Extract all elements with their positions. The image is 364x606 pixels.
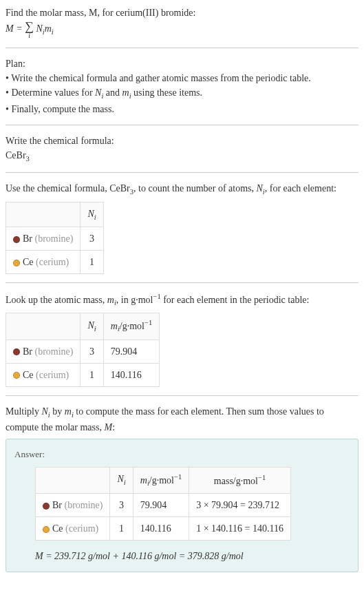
step3-text: Look up the atomic mass, mi, in g·mol−1 … <box>6 291 358 309</box>
n-cell: 1 <box>110 516 133 540</box>
n-cell: 3 <box>81 339 103 363</box>
element-dot-icon <box>13 348 20 355</box>
plan-header: Plan: <box>6 56 358 71</box>
plan-bullet-2: • Determine values for Ni and mi using t… <box>6 85 358 102</box>
table-row: Br (bromine) 3 <box>6 227 104 251</box>
m-cell: 140.116 <box>103 363 159 386</box>
step3-section: Look up the atomic mass, mi, in g·mol−1 … <box>6 291 358 395</box>
header-element <box>6 202 81 227</box>
table-row: Ce (cerium) 1 140.116 <box>6 363 160 386</box>
intro-line1: Find the molar mass, M, for cerium(III) … <box>6 8 195 18</box>
header-n: Ni <box>110 467 133 493</box>
intro-text: Find the molar mass, M, for cerium(III) … <box>6 6 358 20</box>
mass-cell: 3 × 79.904 = 239.712 <box>189 493 291 516</box>
header-element <box>36 467 110 493</box>
table-header-row: Ni mi/g·mol−1 mass/g·mol−1 <box>36 467 291 493</box>
step2-text: Use the chemical formula, CeBr3, to coun… <box>6 181 358 198</box>
m-cell: 79.904 <box>133 493 189 516</box>
chemical-formula: CeBr3 <box>6 148 358 165</box>
element-cell: Ce (cerium) <box>6 251 81 274</box>
n-cell: 3 <box>110 493 133 516</box>
plan-section: Plan: • Write the chemical formula and g… <box>6 56 358 125</box>
answer-label: Answer: <box>14 448 350 461</box>
step4-section: Multiply Ni by mi to compute the mass fo… <box>6 404 358 572</box>
m-cell: 79.904 <box>103 339 159 363</box>
element-cell: Br (bromine) <box>36 493 110 516</box>
n-cell: 1 <box>81 363 103 386</box>
step1-section: Write the chemical formula: CeBr3 <box>6 134 358 174</box>
header-n: Ni <box>81 202 103 227</box>
atomic-mass-table: Ni mi/g·mol−1 Br (bromine) 3 79.904 Ce (… <box>6 313 160 386</box>
header-m: mi/g·mol−1 <box>103 313 159 339</box>
n-cell: 3 <box>81 227 103 251</box>
intro-section: Find the molar mass, M, for cerium(III) … <box>6 6 358 48</box>
formula-m: m <box>45 23 52 34</box>
header-n: Ni <box>81 313 103 339</box>
element-cell: Br (bromine) <box>6 339 81 363</box>
element-dot-icon <box>13 260 20 267</box>
table-row: Ce (cerium) 1 <box>6 251 104 274</box>
answer-box: Answer: Ni mi/g·mol−1 mass/g·mol−1 Br (b… <box>6 439 358 572</box>
header-m: mi/g·mol−1 <box>133 467 189 493</box>
sigma-icon: ∑ i <box>25 20 34 39</box>
header-mass: mass/g·mol−1 <box>189 467 291 493</box>
table-header-row: Ni mi/g·mol−1 <box>6 313 160 339</box>
plan-bullet-3: • Finally, compute the mass. <box>6 102 358 116</box>
formula-lhs: M = <box>6 23 25 34</box>
mass-cell: 1 × 140.116 = 140.116 <box>189 516 291 540</box>
element-dot-icon <box>43 526 50 533</box>
element-dot-icon <box>13 372 20 379</box>
element-dot-icon <box>13 236 20 243</box>
n-cell: 1 <box>81 251 103 274</box>
table-row: Br (bromine) 3 79.904 3 × 79.904 = 239.7… <box>36 493 291 516</box>
step4-text: Multiply Ni by mi to compute the mass fo… <box>6 404 358 435</box>
element-cell: Br (bromine) <box>6 227 81 251</box>
header-element <box>6 313 81 339</box>
table-row: Br (bromine) 3 79.904 <box>6 339 160 363</box>
table-row: Ce (cerium) 1 140.116 1 × 140.116 = 140.… <box>36 516 291 540</box>
formula-n: N <box>36 23 42 34</box>
final-answer: M = 239.712 g/mol + 140.116 g/mol = 379.… <box>35 549 350 563</box>
atom-count-table: Ni Br (bromine) 3 Ce (cerium) 1 <box>6 202 104 275</box>
m-cell: 140.116 <box>133 516 189 540</box>
element-dot-icon <box>43 503 50 510</box>
element-cell: Ce (cerium) <box>36 516 110 540</box>
step1-text: Write the chemical formula: <box>6 134 358 148</box>
molar-mass-formula: M = ∑ i Nimi <box>6 20 358 39</box>
element-cell: Ce (cerium) <box>6 363 81 386</box>
plan-bullet-1: • Write the chemical formula and gather … <box>6 71 358 85</box>
answer-table: Ni mi/g·mol−1 mass/g·mol−1 Br (bromine) … <box>35 467 291 541</box>
step2-section: Use the chemical formula, CeBr3, to coun… <box>6 181 358 283</box>
table-header-row: Ni <box>6 202 104 227</box>
